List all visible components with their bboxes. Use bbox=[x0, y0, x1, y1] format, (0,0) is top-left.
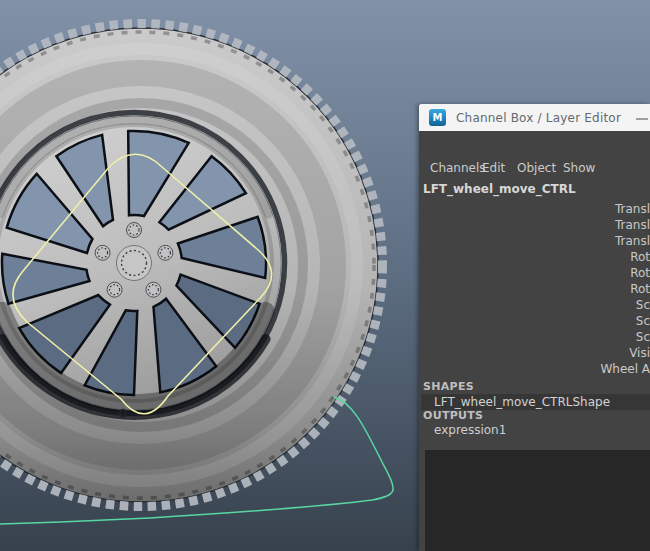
menu-show[interactable]: Show bbox=[563, 161, 595, 175]
maya-screenshot: { "colors": { "bg_top": "#8192a8", "bg_m… bbox=[0, 0, 650, 551]
channel-attribute-translate-x[interactable]: Transl bbox=[419, 201, 650, 217]
channel-attribute-scale-z[interactable]: Sc bbox=[419, 329, 650, 345]
channel-attribute-translate-z[interactable]: Transl bbox=[419, 233, 650, 249]
channel-box-panel: M Channel Box / Layer Editor Channels Ed… bbox=[419, 104, 650, 551]
menu-object[interactable]: Object bbox=[517, 161, 556, 175]
shapes-section-header: SHAPES bbox=[423, 380, 474, 393]
channel-attribute-visibility[interactable]: Visi bbox=[419, 345, 650, 361]
panel-title: Channel Box / Layer Editor bbox=[456, 111, 621, 125]
channel-attribute-rotate-x[interactable]: Rot bbox=[419, 249, 650, 265]
maya-icon-letter: M bbox=[433, 113, 443, 123]
channel-attribute-rotate-y[interactable]: Rot bbox=[419, 265, 650, 281]
channel-attribute-rotate-z[interactable]: Rot bbox=[419, 281, 650, 297]
selected-node-name: LFT_wheel_move_CTRL bbox=[423, 182, 576, 196]
maya-app-icon: M bbox=[429, 109, 446, 126]
channel-attribute-wheel-custom[interactable]: Wheel A bbox=[419, 361, 650, 377]
menu-channels[interactable]: Channels bbox=[430, 161, 486, 175]
channel-attribute-scale-y[interactable]: Sc bbox=[419, 313, 650, 329]
outputs-section-header: OUTPUTS bbox=[423, 409, 483, 422]
menu-edit[interactable]: Edit bbox=[482, 161, 505, 175]
output-node-row[interactable]: expression1 bbox=[434, 423, 506, 437]
channel-attribute-translate-y[interactable]: Transl bbox=[419, 217, 650, 233]
channel-attribute-scale-x[interactable]: Sc bbox=[419, 297, 650, 313]
shape-node-row[interactable]: LFT_wheel_move_CTRLShape bbox=[421, 394, 650, 410]
layer-editor-empty-area[interactable] bbox=[425, 450, 650, 551]
panel-menubar: Channels Edit Object Show bbox=[419, 161, 650, 177]
panel-titlebar[interactable]: M Channel Box / Layer Editor bbox=[419, 104, 650, 131]
panel-menu-dash-icon[interactable] bbox=[636, 118, 648, 120]
channel-attribute-list: Transl Transl Transl Rot Rot Rot Sc Sc S… bbox=[419, 201, 650, 377]
